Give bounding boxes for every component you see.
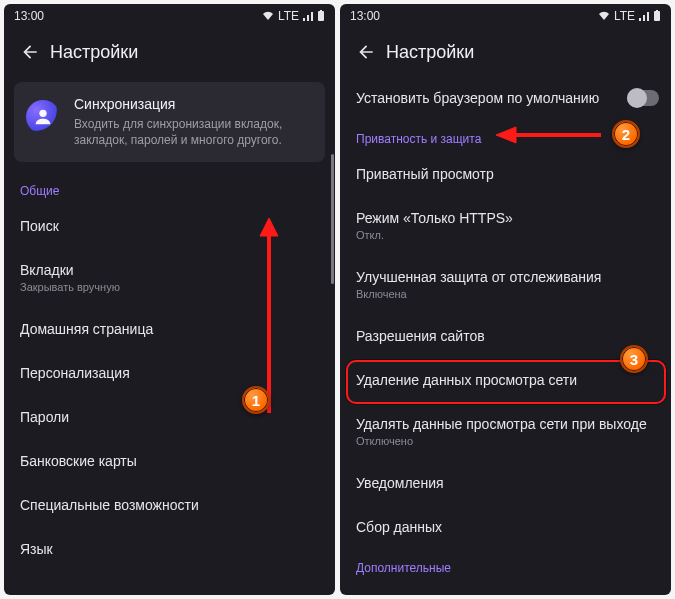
status-net: LTE xyxy=(614,9,635,23)
status-time: 13:00 xyxy=(350,9,380,23)
wifi-icon xyxy=(598,11,610,21)
row-tabs[interactable]: Вкладки Закрывать вручную xyxy=(4,248,335,307)
battery-icon xyxy=(653,10,661,22)
row-tracking-protection[interactable]: Улучшенная защита от отслеживания Включе… xyxy=(340,255,671,314)
row-set-default-browser[interactable]: Установить браузером по умолчанию xyxy=(340,76,671,120)
section-header-additional: Дополнительные xyxy=(340,549,671,581)
row-label: Поиск xyxy=(20,218,319,234)
row-label: Персонализация xyxy=(20,365,319,381)
page-title: Настройки xyxy=(50,42,138,63)
svg-rect-4 xyxy=(656,10,658,11)
back-button[interactable] xyxy=(346,32,386,72)
row-label: Удаление данных просмотра сети xyxy=(356,372,655,388)
arrow-left-icon xyxy=(356,42,376,62)
status-time: 13:00 xyxy=(14,9,44,23)
status-net: LTE xyxy=(278,9,299,23)
back-button[interactable] xyxy=(10,32,50,72)
row-label: Язык xyxy=(20,541,319,557)
row-home[interactable]: Домашняя страница xyxy=(4,307,335,351)
row-label: Приватный просмотр xyxy=(356,166,655,182)
row-label: Домашняя страница xyxy=(20,321,319,337)
right-screenshot: 13:00 LTE Настройки Установить браузером… xyxy=(340,4,671,595)
row-sublabel: Откл. xyxy=(356,229,655,241)
svg-rect-3 xyxy=(654,11,660,21)
row-label: Банковские карты xyxy=(20,453,319,469)
row-data-collection[interactable]: Сбор данных xyxy=(340,505,671,549)
row-label: Режим «Только HTTPS» xyxy=(356,210,655,226)
sync-card-subtitle: Входить для синхронизации вкладок, закла… xyxy=(74,116,311,148)
row-label: Улучшенная защита от отслеживания xyxy=(356,269,655,285)
row-notifications[interactable]: Уведомления xyxy=(340,461,671,505)
row-label: Специальные возможности xyxy=(20,497,319,513)
svg-point-2 xyxy=(39,110,46,117)
status-right: LTE xyxy=(262,9,325,23)
title-bar: Настройки xyxy=(4,28,335,76)
row-label: Удалять данные просмотра сети при выходе xyxy=(356,416,655,432)
row-label: Сбор данных xyxy=(356,519,655,535)
page-title: Настройки xyxy=(386,42,474,63)
row-clear-on-exit[interactable]: Удалять данные просмотра сети при выходе… xyxy=(340,402,671,461)
row-clear-browsing-data[interactable]: Удаление данных просмотра сети xyxy=(340,358,671,402)
svg-rect-1 xyxy=(320,10,322,11)
row-https-only[interactable]: Режим «Только HTTPS» Откл. xyxy=(340,196,671,255)
avatar-icon xyxy=(26,100,60,134)
status-bar: 13:00 LTE xyxy=(340,4,671,28)
toggle-off[interactable] xyxy=(627,90,659,106)
row-sublabel: Отключено xyxy=(356,435,655,447)
svg-rect-0 xyxy=(318,11,324,21)
row-label: Уведомления xyxy=(356,475,655,491)
row-label: Установить браузером по умолчанию xyxy=(356,90,615,106)
row-search[interactable]: Поиск xyxy=(4,204,335,248)
row-private-browsing[interactable]: Приватный просмотр xyxy=(340,152,671,196)
sync-card[interactable]: Синхронизация Входить для синхронизации … xyxy=(14,82,325,162)
row-language[interactable]: Язык xyxy=(4,527,335,571)
title-bar: Настройки xyxy=(340,28,671,76)
status-right: LTE xyxy=(598,9,661,23)
row-label: Пароли xyxy=(20,409,319,425)
battery-icon xyxy=(317,10,325,22)
wifi-icon xyxy=(262,11,274,21)
row-site-permissions[interactable]: Разрешения сайтов xyxy=(340,314,671,358)
left-screenshot: 13:00 LTE Настройки Синхронизация Входит… xyxy=(4,4,335,595)
row-personalization[interactable]: Персонализация xyxy=(4,351,335,395)
arrow-left-icon xyxy=(20,42,40,62)
status-bar: 13:00 LTE xyxy=(4,4,335,28)
signal-icon xyxy=(639,11,649,21)
row-passwords[interactable]: Пароли xyxy=(4,395,335,439)
section-header-general: Общие xyxy=(4,172,335,204)
row-label: Вкладки xyxy=(20,262,319,278)
row-label: Разрешения сайтов xyxy=(356,328,655,344)
sync-card-title: Синхронизация xyxy=(74,96,311,112)
section-header-privacy: Приватность и защита xyxy=(340,120,671,152)
signal-icon xyxy=(303,11,313,21)
row-cards[interactable]: Банковские карты xyxy=(4,439,335,483)
row-sublabel: Закрывать вручную xyxy=(20,281,319,293)
row-sublabel: Включена xyxy=(356,288,655,300)
row-accessibility[interactable]: Специальные возможности xyxy=(4,483,335,527)
